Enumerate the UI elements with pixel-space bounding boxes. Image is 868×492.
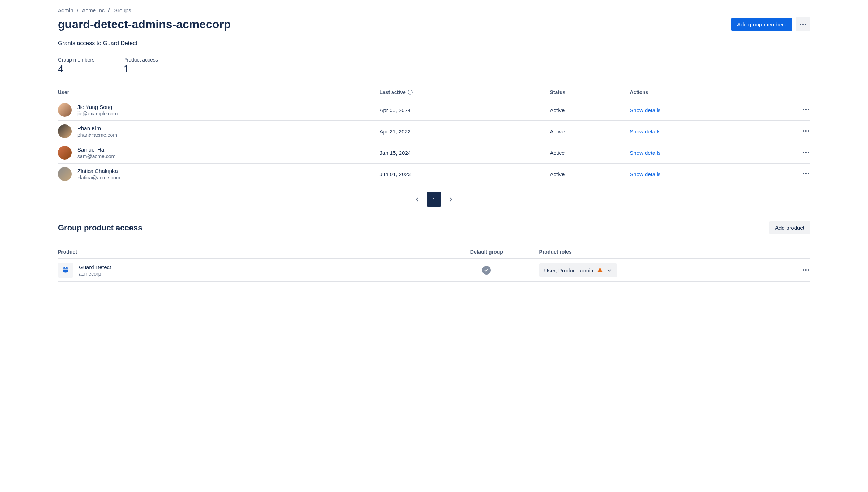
last-active-cell: Apr 06, 2024: [379, 99, 550, 121]
chevron-left-icon: [414, 196, 420, 202]
user-name: Samuel Hall: [77, 147, 115, 153]
breadcrumb: Admin / Acme Inc / Groups: [58, 7, 810, 13]
svg-rect-19: [65, 267, 66, 268]
user-name: Phan Kim: [77, 125, 117, 131]
svg-point-14: [808, 152, 809, 153]
product-site: acmecorp: [79, 271, 111, 277]
row-more-button[interactable]: [801, 127, 810, 135]
warning-icon: [597, 267, 603, 273]
pagination: 1: [58, 192, 810, 207]
col-roles: Product roles: [539, 245, 788, 259]
avatar: [58, 146, 72, 160]
svg-point-17: [808, 173, 809, 174]
avatar: [58, 103, 72, 117]
table-row: Samuel Hall sam@acme.com Jan 15, 2024 Ac…: [58, 142, 810, 164]
col-default-group: Default group: [434, 245, 539, 259]
user-email: jie@example.com: [77, 111, 118, 116]
col-user: User: [58, 86, 379, 99]
show-details-link[interactable]: Show details: [630, 150, 660, 156]
status-cell: Active: [550, 121, 630, 142]
breadcrumb-admin[interactable]: Admin: [58, 7, 73, 13]
svg-point-25: [808, 269, 809, 271]
user-email: zlatica@acme.com: [77, 175, 120, 181]
add-product-button[interactable]: Add product: [769, 221, 810, 234]
table-row: Phan Kim phan@acme.com Apr 21, 2022 Acti…: [58, 121, 810, 142]
svg-point-23: [803, 269, 804, 271]
page-prev-button[interactable]: [410, 192, 425, 207]
stat-access-value: 1: [123, 63, 158, 75]
stat-members-value: 4: [58, 63, 94, 75]
chevron-down-icon: [607, 268, 612, 273]
last-active-cell: Jan 15, 2024: [379, 142, 550, 164]
avatar: [58, 124, 72, 138]
breadcrumb-groups[interactable]: Groups: [113, 7, 131, 13]
add-group-members-button[interactable]: Add group members: [731, 18, 792, 31]
stat-access-label: Product access: [123, 57, 158, 63]
user-email: sam@acme.com: [77, 153, 115, 159]
col-status: Status: [550, 86, 630, 99]
table-row: Zlatica Chalupka zlatica@acme.com Jun 01…: [58, 164, 810, 185]
svg-point-13: [805, 152, 807, 153]
col-actions: Actions: [630, 86, 788, 99]
product-icon: [58, 263, 73, 278]
svg-point-11: [808, 130, 809, 132]
table-row: Jie Yang Song jie@example.com Apr 06, 20…: [58, 99, 810, 121]
svg-point-15: [803, 173, 804, 174]
page-next-button[interactable]: [443, 192, 458, 207]
row-more-button[interactable]: [801, 169, 810, 178]
svg-point-2: [805, 24, 806, 25]
product-roles-select[interactable]: User, Product admin: [539, 263, 617, 277]
svg-point-7: [805, 109, 807, 110]
page-more-actions-button[interactable]: [796, 17, 810, 31]
breadcrumb-org[interactable]: Acme Inc: [82, 7, 105, 13]
status-cell: Active: [550, 142, 630, 164]
product-name: Guard Detect: [79, 264, 111, 270]
svg-point-12: [803, 152, 804, 153]
product-access-table: Product Default group Product roles Guar…: [58, 245, 810, 282]
members-table: User Last active Status Actions Jie Yang…: [58, 86, 810, 185]
show-details-link[interactable]: Show details: [630, 171, 660, 177]
status-cell: Active: [550, 99, 630, 121]
svg-point-24: [805, 269, 807, 271]
svg-rect-22: [600, 271, 601, 272]
stat-members-label: Group members: [58, 57, 94, 63]
show-details-link[interactable]: Show details: [630, 128, 660, 135]
row-more-button[interactable]: [801, 105, 810, 114]
svg-point-9: [803, 130, 804, 132]
product-row: Guard Detect acmecorp User, Product admi…: [58, 259, 810, 282]
product-access-heading: Group product access: [58, 223, 142, 233]
group-description: Grants access to Guard Detect: [58, 40, 810, 47]
default-group-check-icon: [482, 266, 491, 275]
svg-rect-5: [410, 92, 410, 93]
info-icon[interactable]: [408, 90, 413, 95]
svg-rect-18: [64, 267, 64, 268]
page-title: guard-detect-admins-acmecorp: [58, 18, 231, 31]
svg-point-1: [802, 24, 804, 25]
product-row-more-button[interactable]: [801, 266, 810, 274]
more-icon: [799, 20, 807, 29]
last-active-cell: Apr 21, 2022: [379, 121, 550, 142]
avatar: [58, 167, 72, 181]
last-active-cell: Jun 01, 2023: [379, 164, 550, 185]
roles-label: User, Product admin: [544, 267, 593, 273]
user-name: Zlatica Chalupka: [77, 168, 120, 174]
svg-point-8: [808, 109, 809, 110]
svg-point-4: [410, 91, 410, 92]
svg-point-6: [803, 109, 804, 110]
svg-point-10: [805, 130, 807, 132]
svg-rect-21: [600, 269, 601, 271]
breadcrumb-separator: /: [77, 7, 78, 13]
svg-point-0: [800, 24, 801, 25]
row-more-button[interactable]: [801, 148, 810, 157]
page-number-button[interactable]: 1: [427, 192, 441, 207]
svg-rect-20: [67, 267, 67, 268]
col-product: Product: [58, 245, 434, 259]
show-details-link[interactable]: Show details: [630, 107, 660, 113]
stat-members: Group members 4: [58, 57, 94, 75]
chevron-right-icon: [448, 196, 454, 202]
user-name: Jie Yang Song: [77, 104, 118, 110]
col-last-active: Last active: [379, 86, 550, 99]
status-cell: Active: [550, 164, 630, 185]
user-email: phan@acme.com: [77, 132, 117, 138]
stat-access: Product access 1: [123, 57, 158, 75]
